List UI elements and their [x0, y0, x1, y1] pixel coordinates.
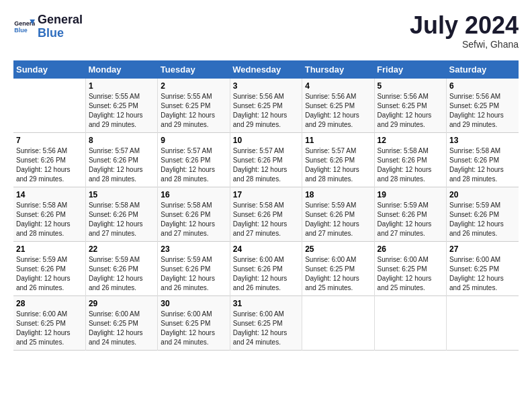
calendar-cell: 2Sunrise: 5:55 AMSunset: 6:25 PMDaylight…	[158, 79, 230, 133]
day-number: 30	[161, 299, 226, 308]
day-number: 14	[16, 190, 83, 199]
calendar-cell: 6Sunrise: 5:56 AMSunset: 6:25 PMDaylight…	[447, 79, 519, 133]
day-number: 16	[161, 190, 226, 199]
calendar-cell: 10Sunrise: 5:57 AMSunset: 6:26 PMDayligh…	[230, 133, 302, 187]
calendar-week-2: 7Sunrise: 5:56 AMSunset: 6:26 PMDaylight…	[13, 133, 519, 187]
day-number: 10	[233, 136, 299, 145]
day-number: 31	[233, 299, 299, 308]
day-info: Sunrise: 5:56 AMSunset: 6:25 PMDaylight:…	[305, 92, 371, 130]
day-number: 24	[233, 244, 299, 254]
day-number: 17	[233, 190, 299, 199]
calendar-cell: 28Sunrise: 6:00 AMSunset: 6:25 PMDayligh…	[13, 296, 85, 351]
day-info: Sunrise: 5:59 AMSunset: 6:26 PMDaylight:…	[161, 255, 226, 293]
calendar-header: SundayMondayTuesdayWednesdayThursdayFrid…	[13, 60, 519, 79]
calendar-cell: 1Sunrise: 5:55 AMSunset: 6:25 PMDaylight…	[85, 79, 157, 133]
day-info: Sunrise: 5:55 AMSunset: 6:25 PMDaylight:…	[89, 92, 154, 130]
header-cell-saturday: Saturday	[447, 60, 519, 79]
calendar-cell	[374, 296, 446, 351]
calendar-cell: 8Sunrise: 5:57 AMSunset: 6:26 PMDaylight…	[85, 133, 157, 187]
day-info: Sunrise: 5:58 AMSunset: 6:26 PMDaylight:…	[378, 146, 443, 184]
calendar-cell: 19Sunrise: 5:59 AMSunset: 6:26 PMDayligh…	[374, 187, 446, 242]
day-number: 5	[378, 81, 443, 91]
calendar-cell	[13, 79, 85, 133]
calendar-week-4: 21Sunrise: 5:59 AMSunset: 6:26 PMDayligh…	[13, 242, 519, 296]
day-number: 15	[89, 190, 154, 199]
calendar-cell: 25Sunrise: 6:00 AMSunset: 6:25 PMDayligh…	[302, 242, 374, 296]
day-number: 28	[16, 299, 83, 308]
day-info: Sunrise: 5:59 AMSunset: 6:26 PMDaylight:…	[16, 255, 83, 293]
day-info: Sunrise: 5:57 AMSunset: 6:26 PMDaylight:…	[305, 146, 371, 184]
header-cell-thursday: Thursday	[302, 60, 374, 79]
day-number: 11	[305, 136, 371, 145]
day-number: 29	[89, 299, 154, 308]
calendar-week-3: 14Sunrise: 5:58 AMSunset: 6:26 PMDayligh…	[13, 187, 519, 242]
calendar-cell	[447, 296, 519, 351]
day-number: 2	[161, 81, 226, 91]
day-info: Sunrise: 6:00 AMSunset: 6:26 PMDaylight:…	[233, 255, 299, 293]
calendar-cell: 22Sunrise: 5:59 AMSunset: 6:26 PMDayligh…	[85, 242, 157, 296]
day-info: Sunrise: 5:56 AMSunset: 6:25 PMDaylight:…	[378, 92, 443, 130]
calendar-cell: 16Sunrise: 5:58 AMSunset: 6:26 PMDayligh…	[158, 187, 230, 242]
day-number: 22	[89, 244, 154, 254]
header-cell-monday: Monday	[85, 60, 157, 79]
day-info: Sunrise: 5:57 AMSunset: 6:26 PMDaylight:…	[161, 146, 226, 184]
calendar-cell: 24Sunrise: 6:00 AMSunset: 6:26 PMDayligh…	[230, 242, 302, 296]
day-number: 1	[89, 81, 154, 91]
day-number: 18	[305, 190, 371, 199]
header-cell-tuesday: Tuesday	[158, 60, 230, 79]
day-info: Sunrise: 5:56 AMSunset: 6:25 PMDaylight:…	[449, 92, 516, 130]
calendar-cell: 11Sunrise: 5:57 AMSunset: 6:26 PMDayligh…	[302, 133, 374, 187]
day-info: Sunrise: 6:00 AMSunset: 6:25 PMDaylight:…	[305, 255, 371, 293]
day-info: Sunrise: 5:58 AMSunset: 6:26 PMDaylight:…	[449, 146, 516, 184]
day-info: Sunrise: 6:00 AMSunset: 6:25 PMDaylight:…	[449, 255, 516, 293]
calendar-table: SundayMondayTuesdayWednesdayThursdayFrid…	[13, 60, 519, 351]
calendar-cell: 27Sunrise: 6:00 AMSunset: 6:25 PMDayligh…	[447, 242, 519, 296]
day-info: Sunrise: 5:55 AMSunset: 6:25 PMDaylight:…	[161, 92, 226, 130]
day-number: 26	[378, 244, 443, 254]
calendar-cell: 12Sunrise: 5:58 AMSunset: 6:26 PMDayligh…	[374, 133, 446, 187]
day-info: Sunrise: 5:58 AMSunset: 6:26 PMDaylight:…	[233, 201, 299, 238]
day-number: 6	[449, 81, 516, 91]
day-info: Sunrise: 5:57 AMSunset: 6:26 PMDaylight:…	[89, 146, 154, 184]
logo-text: GeneralBlue	[38, 13, 83, 40]
header-cell-wednesday: Wednesday	[230, 60, 302, 79]
day-info: Sunrise: 5:57 AMSunset: 6:26 PMDaylight:…	[233, 146, 299, 184]
calendar-cell: 21Sunrise: 5:59 AMSunset: 6:26 PMDayligh…	[13, 242, 85, 296]
day-number: 4	[305, 81, 371, 91]
header-row: SundayMondayTuesdayWednesdayThursdayFrid…	[13, 60, 519, 79]
day-number: 27	[449, 244, 516, 254]
day-number: 25	[305, 244, 371, 254]
day-info: Sunrise: 5:58 AMSunset: 6:26 PMDaylight:…	[89, 201, 154, 238]
day-number: 12	[378, 136, 443, 145]
calendar-cell: 4Sunrise: 5:56 AMSunset: 6:25 PMDaylight…	[302, 79, 374, 133]
calendar-week-1: 1Sunrise: 5:55 AMSunset: 6:25 PMDaylight…	[13, 79, 519, 133]
calendar-cell: 29Sunrise: 6:00 AMSunset: 6:25 PMDayligh…	[85, 296, 157, 351]
calendar-cell: 13Sunrise: 5:58 AMSunset: 6:26 PMDayligh…	[447, 133, 519, 187]
day-number: 9	[161, 136, 226, 145]
day-number: 19	[378, 190, 443, 199]
logo: General Blue GeneralBlue	[13, 13, 83, 40]
calendar-week-5: 28Sunrise: 6:00 AMSunset: 6:25 PMDayligh…	[13, 296, 519, 351]
calendar-cell	[302, 296, 374, 351]
calendar-cell: 9Sunrise: 5:57 AMSunset: 6:26 PMDaylight…	[158, 133, 230, 187]
calendar-cell: 7Sunrise: 5:56 AMSunset: 6:26 PMDaylight…	[13, 133, 85, 187]
header-cell-sunday: Sunday	[13, 60, 85, 79]
day-info: Sunrise: 5:56 AMSunset: 6:26 PMDaylight:…	[16, 146, 83, 184]
calendar-cell: 17Sunrise: 5:58 AMSunset: 6:26 PMDayligh…	[230, 187, 302, 242]
day-info: Sunrise: 5:56 AMSunset: 6:25 PMDaylight:…	[233, 92, 299, 130]
day-info: Sunrise: 5:59 AMSunset: 6:26 PMDaylight:…	[89, 255, 154, 293]
calendar-cell: 31Sunrise: 6:00 AMSunset: 6:25 PMDayligh…	[230, 296, 302, 351]
day-number: 20	[449, 190, 516, 199]
day-number: 23	[161, 244, 226, 254]
logo-icon: General Blue	[13, 16, 35, 38]
day-info: Sunrise: 6:00 AMSunset: 6:25 PMDaylight:…	[378, 255, 443, 293]
day-info: Sunrise: 5:59 AMSunset: 6:26 PMDaylight:…	[305, 201, 371, 238]
day-number: 8	[89, 136, 154, 145]
calendar-cell: 5Sunrise: 5:56 AMSunset: 6:25 PMDaylight…	[374, 79, 446, 133]
month-year-title: July 2024	[410, 13, 519, 38]
day-number: 7	[16, 136, 83, 145]
day-info: Sunrise: 6:00 AMSunset: 6:25 PMDaylight:…	[16, 310, 83, 347]
calendar-cell: 23Sunrise: 5:59 AMSunset: 6:26 PMDayligh…	[158, 242, 230, 296]
title-block: July 2024 Sefwi, Ghana	[410, 13, 519, 50]
calendar-cell: 26Sunrise: 6:00 AMSunset: 6:25 PMDayligh…	[374, 242, 446, 296]
